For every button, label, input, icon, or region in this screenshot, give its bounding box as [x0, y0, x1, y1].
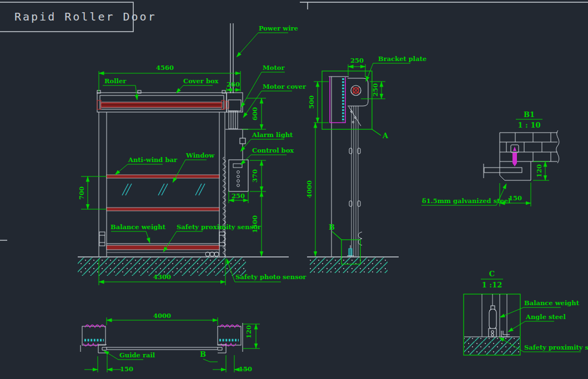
label-power-wire: Power wire: [259, 24, 298, 32]
label-safety-proximity-sensor: Safety proximity sensor: [177, 223, 262, 231]
label-cover-box: Cover box: [183, 77, 219, 85]
label-roller: Roller: [104, 77, 127, 85]
label-balance-weight: Balance weight: [110, 223, 166, 231]
motor-assembly: [225, 93, 248, 129]
dim-opening-width: 4300: [153, 273, 171, 281]
cad-canvas[interactable]: Rapid Roller Door: [0, 0, 588, 379]
label-control-box: Control box: [252, 146, 294, 154]
detail-b1-scale: 1 : 10: [518, 121, 541, 129]
label-motor-cover: Motor cover: [263, 83, 306, 90]
dim-door-height: 4000: [305, 180, 313, 198]
title-block: Rapid Roller Door: [0, 2, 157, 32]
dim-cover-depth: 250: [350, 57, 364, 64]
roller-shaft: [97, 100, 229, 109]
label-anti-wind-bar: Anti-wind bar: [128, 156, 178, 164]
roller-axle: [351, 85, 361, 95]
dim-window-band-height: 700: [78, 186, 86, 200]
dim-plan-rail-depth: 120: [245, 325, 253, 338]
steel-bracket: [484, 161, 531, 180]
dim-cover-height: 500: [308, 95, 315, 109]
dim-motor-offset: 260: [227, 80, 240, 88]
rail-clips: [349, 148, 362, 245]
brick-wall: [500, 130, 559, 163]
dim-total-width: 4560: [156, 64, 174, 72]
dim-plan-opening-width: 4000: [153, 312, 171, 320]
c-balance-weight: [489, 306, 496, 337]
plan-view: 4000 120 150 150 Guide rail B: [81, 312, 260, 373]
detail-c: C 1 :12 Balance weight Angle steel: [464, 270, 588, 355]
c-ground-hatch: [464, 337, 520, 355]
plan-left-rail: [81, 325, 107, 353]
label-motor: Motor: [263, 64, 285, 72]
label-guide-rail: Guide rail: [119, 351, 155, 359]
dim-b1-width: 150: [509, 194, 522, 202]
callout-detail-b: B: [329, 223, 335, 231]
cover-box: [97, 90, 227, 112]
detail-b1-name: B1: [524, 110, 535, 119]
label-window: Window: [185, 151, 215, 159]
cad-drawing-page: Rapid Roller Door: [0, 0, 588, 379]
plan-right-rail: [218, 323, 243, 353]
callout-detail-a: A: [382, 132, 389, 140]
label-c-safety-proximity-sensor: Safety proximity sensor: [524, 343, 588, 351]
side-leaders: [366, 63, 410, 82]
anchor-bolt: [511, 145, 519, 166]
dim-motor-height: 600: [251, 107, 259, 120]
control-box-device: [229, 160, 248, 191]
bottom-bar: [107, 244, 219, 252]
plan-callout-detail-b: B: [200, 350, 206, 358]
dim-control-box-width: 250: [232, 192, 245, 200]
side-view: A B 250 250 500 4000 Bracket plate: [305, 55, 426, 273]
bracket-plate-shape: [348, 78, 368, 126]
label-bracket-plate: Bracket plate: [378, 55, 426, 63]
flexible-conduit: [223, 157, 226, 257]
page-title: Rapid Roller Door: [14, 10, 157, 23]
dim-plan-rail-width-right: 150: [239, 365, 252, 373]
detail-b1: B1 1 : 10: [421, 110, 559, 206]
window-glass-marks: [122, 184, 205, 195]
label-galvanized-steel: δ1.5mm galvanized steel: [422, 197, 511, 205]
floor-sensor: [347, 245, 354, 256]
label-c-angle-steel: Angle steel: [525, 313, 566, 321]
front-view: 4560 260 600 700 370 250 1500 4300 Rolle…: [78, 23, 306, 285]
ground-hatch: [310, 257, 388, 273]
door-panel: [99, 112, 225, 256]
label-safety-photo-sensor: Safety photo sensor: [235, 273, 306, 281]
alarm-light-device: [240, 129, 245, 160]
plan-door-leaf: [107, 347, 218, 350]
label-alarm-light: Alarm light: [252, 131, 293, 139]
dim-bracket-height: 250: [371, 83, 379, 97]
dim-b1-depth: 120: [535, 164, 543, 178]
dim-control-box-height: 370: [251, 169, 259, 183]
dim-plan-rail-width-left: 150: [120, 365, 133, 373]
label-c-balance-weight: Balance weight: [524, 299, 580, 307]
detail-c-scale: 1 :12: [482, 281, 502, 289]
door-rails: [351, 106, 358, 256]
detail-c-name: C: [489, 270, 495, 278]
